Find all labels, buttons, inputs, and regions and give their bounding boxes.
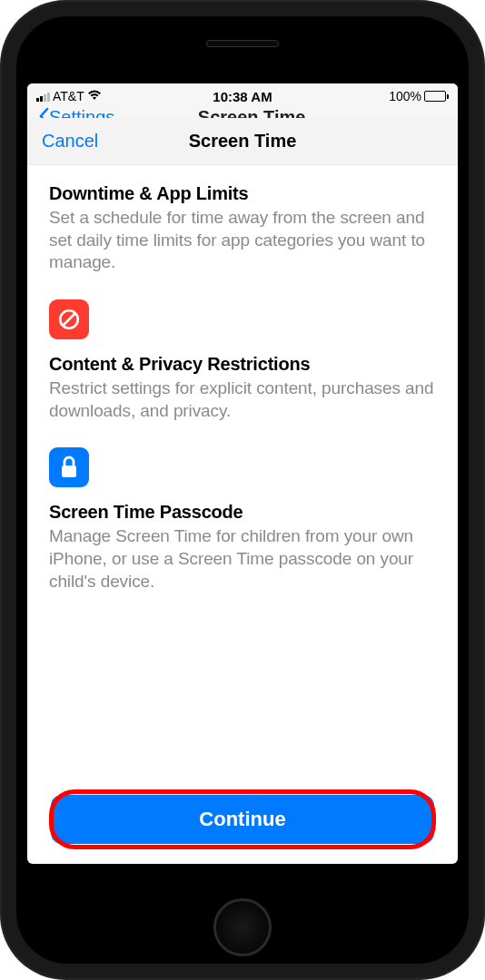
prohibit-icon xyxy=(49,299,89,339)
section-passcode: Screen Time Passcode Manage Screen Time … xyxy=(49,447,436,593)
carrier-label: AT&T xyxy=(53,89,84,103)
status-time: 10:38 AM xyxy=(213,89,272,104)
status-right: 100% xyxy=(389,89,449,103)
content-area: Downtime & App Limits Set a schedule for… xyxy=(27,165,458,860)
spacer xyxy=(49,619,436,794)
continue-button-wrap: Continue xyxy=(49,793,436,846)
modal-header: Cancel Screen Time xyxy=(27,118,458,165)
continue-button[interactable]: Continue xyxy=(51,795,434,844)
section-title: Downtime & App Limits xyxy=(49,183,436,204)
section-content-privacy: Content & Privacy Restrictions Restrict … xyxy=(49,299,436,422)
section-downtime: Downtime & App Limits Set a schedule for… xyxy=(49,183,436,274)
lock-icon xyxy=(49,447,89,487)
status-bar: AT&T 10:38 AM 100% xyxy=(27,83,458,107)
svg-rect-2 xyxy=(62,466,76,477)
section-title: Content & Privacy Restrictions xyxy=(49,354,436,375)
phone-speaker xyxy=(206,40,279,47)
section-description: Restrict settings for explicit content, … xyxy=(49,377,436,422)
svg-line-1 xyxy=(64,314,75,326)
signal-icon xyxy=(36,92,50,102)
modal-title: Screen Time xyxy=(189,131,297,152)
back-button-hidden: Settings xyxy=(38,107,114,118)
cancel-button[interactable]: Cancel xyxy=(42,131,98,152)
background-nav: Settings Screen Time xyxy=(27,107,458,118)
back-label-hidden: Settings xyxy=(49,107,114,118)
wifi-icon xyxy=(87,89,102,103)
section-description: Manage Screen Time for children from you… xyxy=(49,525,436,593)
status-left: AT&T xyxy=(36,89,102,103)
home-button[interactable] xyxy=(213,898,272,956)
battery-icon xyxy=(424,91,449,102)
section-description: Set a schedule for time away from the sc… xyxy=(49,207,436,274)
phone-frame: AT&T 10:38 AM 100% S xyxy=(0,0,485,980)
background-title: Screen Time xyxy=(198,107,306,118)
battery-percent: 100% xyxy=(389,89,421,103)
phone-bezel: AT&T 10:38 AM 100% S xyxy=(16,16,469,964)
section-title: Screen Time Passcode xyxy=(49,502,436,523)
phone-screen: AT&T 10:38 AM 100% S xyxy=(27,83,458,864)
